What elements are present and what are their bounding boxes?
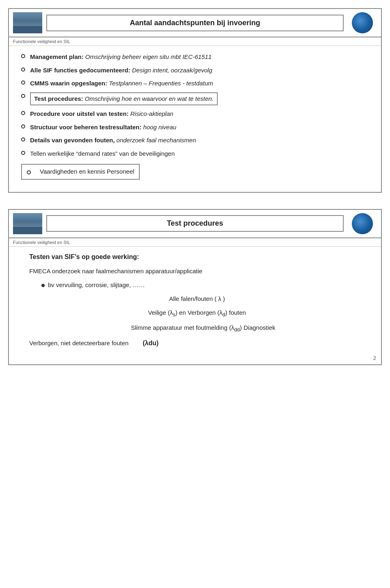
- bullet-dot-icon: [21, 68, 25, 72]
- globe-image-1: [352, 12, 373, 33]
- slide-2-line-4: Veilige (λs) en Verborgen (λd) fouten: [29, 308, 365, 319]
- bullet-dot-icon: [21, 111, 25, 115]
- slide-1-body: Management plan: Omschrijving beheer eig…: [9, 46, 381, 192]
- slide-2-body: Testen van SIF’s op goede werking: FMECA…: [9, 247, 381, 365]
- list-item: Structuur voor beheren testresultaten: h…: [21, 123, 369, 132]
- slide-1-header: Aantal aandachtspunten bij invoering: [9, 9, 381, 37]
- slide-1-bullet-list: Management plan: Omschrijving beheer eig…: [21, 52, 369, 180]
- last-bullet-box: Vaardigheden en kennis Personeel: [21, 164, 140, 180]
- slide-2-line-5: Slimme apparatuur met foutmelding (λdd) …: [41, 323, 365, 334]
- bullet-dot-icon: [21, 94, 25, 98]
- bullet-dot-icon: [21, 81, 25, 85]
- small-bullet-icon: [41, 284, 45, 287]
- list-item: Details van gevonden fouten, onderzoek f…: [21, 136, 369, 145]
- slide-2-main-title: Testen van SIF’s op goede werking:: [29, 253, 365, 261]
- bullet-dot-icon: [21, 151, 25, 155]
- bullet-dot-icon: [27, 170, 31, 174]
- bullet-dot-icon: [21, 124, 25, 128]
- page-number: 2: [373, 355, 376, 361]
- slide-2-line-2: bv vervuiling, corrosie, slijtage, ……: [29, 280, 365, 290]
- list-item-test-procedures: Test procedures: Omschrijving hoe en waa…: [21, 92, 369, 106]
- slide-2-subtitle: Functionele veiligheid en SIL: [9, 238, 381, 247]
- slide-2-title: Test procedures: [46, 215, 344, 232]
- list-item: Management plan: Omschrijving beheer eig…: [21, 52, 369, 62]
- slide-1-title: Aantal aandachtspunten bij invoering: [46, 15, 344, 31]
- slide-1: Aantal aandachtspunten bij invoering Fun…: [8, 8, 382, 193]
- slide-2-line-1: FMECA onderzoek naar faalmechanismen app…: [29, 266, 365, 276]
- bullet-dot-icon: [21, 54, 25, 58]
- slide-2-line-3: Alle falen/fouten ( λ ): [29, 294, 365, 304]
- globe-container-2: [348, 213, 377, 234]
- list-item-last: Vaardigheden en kennis Personeel: [21, 162, 369, 180]
- list-item: Tellen werkelijke “demand rates” van de …: [21, 149, 369, 159]
- factory-image-1: [13, 12, 42, 33]
- list-item: CMMS waarin opgeslagen: Testplannen – Fr…: [21, 79, 369, 88]
- list-item: Procedure voor uitstel van testen: Risic…: [21, 109, 369, 119]
- slide-2: Test procedures Functionele veiligheid e…: [8, 209, 382, 366]
- slide-1-subtitle: Functionele veiligheid en SIL: [9, 37, 381, 46]
- lambda-du: (λdu): [139, 338, 158, 348]
- factory-image-2: [13, 213, 42, 234]
- list-item: Alle SIF functies gedocumenteerd: Design…: [21, 66, 369, 75]
- bullet-dot-icon: [21, 137, 25, 142]
- globe-image-2: [352, 213, 373, 234]
- globe-container-1: [348, 12, 377, 33]
- slide-2-header: Test procedures: [9, 210, 381, 238]
- slide-2-line-6: Verborgen, niet detecteerbare fouten (λd…: [29, 338, 365, 348]
